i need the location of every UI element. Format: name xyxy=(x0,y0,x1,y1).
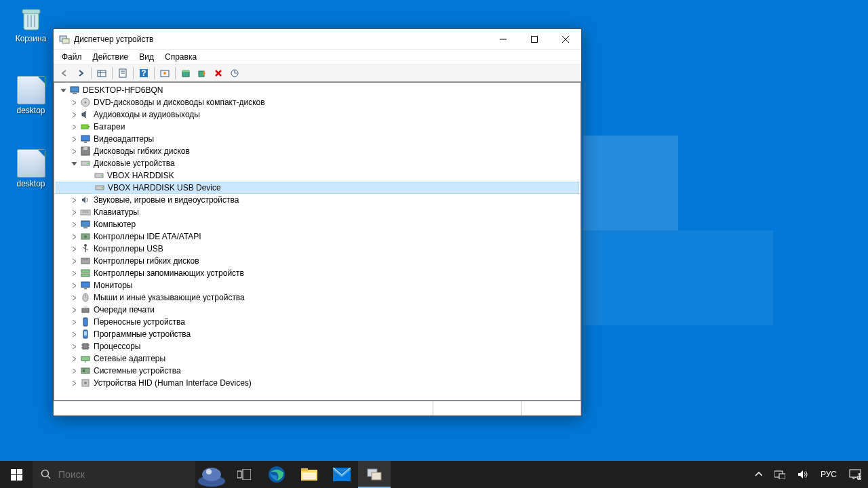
expand-icon[interactable] xyxy=(69,110,79,119)
tree-root-node[interactable]: DESKTOP-HFD6BQN xyxy=(56,84,579,96)
tree-category-node[interactable]: Дисковые устройства xyxy=(56,157,579,169)
edge-browser-icon[interactable] xyxy=(260,461,293,488)
tray-overflow-icon[interactable] xyxy=(753,461,765,488)
update-driver-button[interactable] xyxy=(178,66,194,81)
file-explorer-icon[interactable] xyxy=(293,461,326,488)
tree-category-node[interactable]: Переносные устройства xyxy=(56,316,579,328)
tree-category-node[interactable]: Компьютер xyxy=(56,218,579,230)
mail-icon[interactable] xyxy=(326,461,358,488)
desktop-icon-recycle-bin[interactable]: Корзина xyxy=(5,4,56,43)
tree-category-node[interactable]: Мониторы xyxy=(56,279,579,291)
network-icon xyxy=(80,353,91,364)
tree-category-node[interactable]: Устройства HID (Human Interface Devices) xyxy=(56,377,579,389)
tree-category-node[interactable]: Звуковые, игровые и видеоустройства xyxy=(56,194,579,206)
svg-rect-66 xyxy=(84,331,87,336)
menu-view[interactable]: Вид xyxy=(134,51,159,63)
expand-icon[interactable] xyxy=(69,207,79,217)
maximize-button[interactable] xyxy=(519,29,550,49)
tree-category-node[interactable]: Батареи xyxy=(56,121,579,133)
svg-rect-79 xyxy=(17,469,22,474)
tree-category-node[interactable]: Видеоадаптеры xyxy=(56,133,579,145)
node-label: Контроллеры запоминающих устройств xyxy=(94,268,244,278)
printer-icon xyxy=(80,304,91,315)
tree-device-node[interactable]: VBOX HARDDISK xyxy=(56,169,579,182)
cortana-icon[interactable] xyxy=(195,461,228,488)
tree-category-node[interactable]: DVD-дисководы и дисководы компакт-дисков xyxy=(56,96,579,108)
tree-category-node[interactable]: Сетевые адаптеры xyxy=(56,352,579,365)
tray-devices-icon[interactable] xyxy=(772,461,788,488)
expand-icon[interactable] xyxy=(69,354,79,363)
start-button[interactable] xyxy=(0,461,33,488)
svg-point-85 xyxy=(202,468,221,481)
uninstall-device-button[interactable] xyxy=(210,66,226,81)
tree-category-node[interactable]: Дисководы гибких дисков xyxy=(56,145,579,157)
show-hidden-button[interactable] xyxy=(94,66,110,81)
desktop-icon-file-2[interactable]: desktop xyxy=(5,149,56,188)
expand-icon[interactable] xyxy=(69,159,79,168)
expand-icon[interactable] xyxy=(69,232,79,241)
expand-icon[interactable] xyxy=(69,281,79,290)
expand-icon[interactable] xyxy=(69,134,79,144)
tree-category-node[interactable]: Системные устройства xyxy=(56,365,579,377)
svg-rect-55 xyxy=(83,260,88,260)
volume-icon[interactable] xyxy=(795,461,811,488)
expand-icon[interactable] xyxy=(69,146,79,156)
expand-icon[interactable] xyxy=(69,342,79,351)
expand-icon[interactable] xyxy=(69,366,79,375)
tree-category-node[interactable]: Контроллеры гибких дисков xyxy=(56,255,579,267)
tree-category-node[interactable]: Контроллеры USB xyxy=(56,243,579,255)
expand-icon[interactable] xyxy=(69,195,79,205)
tree-category-node[interactable]: Аудиовходы и аудиовыходы xyxy=(56,108,579,121)
forward-button[interactable] xyxy=(73,66,89,81)
language-indicator[interactable]: РУС xyxy=(818,461,840,488)
taskbar-search[interactable] xyxy=(33,461,195,488)
action-center-icon[interactable]: 1 xyxy=(846,461,864,488)
tree-category-node[interactable]: Программные устройства xyxy=(56,328,579,340)
expand-icon[interactable] xyxy=(69,220,79,229)
storage-icon xyxy=(80,268,91,279)
expand-icon[interactable] xyxy=(69,293,79,302)
expand-icon[interactable] xyxy=(69,317,79,327)
device-tree[interactable]: DESKTOP-HFD6BQNDVD-дисководы и дисководы… xyxy=(54,82,581,401)
tree-category-node[interactable]: Контроллеры IDE ATA/ATAPI xyxy=(56,230,579,243)
expand-icon[interactable] xyxy=(69,305,79,314)
help-button[interactable]: ? xyxy=(136,66,152,81)
expand-icon[interactable] xyxy=(69,256,79,266)
menu-help[interactable]: Справка xyxy=(159,51,202,63)
tree-category-node[interactable]: Очереди печати xyxy=(56,304,579,316)
tree-category-node[interactable]: Мыши и иные указывающие устройства xyxy=(56,291,579,304)
node-label: Контроллеры USB xyxy=(94,244,163,253)
svg-point-86 xyxy=(206,469,212,474)
svg-rect-6 xyxy=(62,39,69,43)
tree-device-node[interactable]: VBOX HARDDISK USB Device xyxy=(56,182,579,194)
minimize-button[interactable] xyxy=(488,29,519,49)
properties-button[interactable] xyxy=(115,66,131,81)
scan-hardware-button[interactable] xyxy=(157,66,173,81)
expand-icon[interactable] xyxy=(69,244,79,253)
task-view-button[interactable] xyxy=(228,461,260,488)
tree-category-node[interactable]: Контроллеры запоминающих устройств xyxy=(56,267,579,279)
expand-icon[interactable] xyxy=(69,378,79,388)
svg-rect-32 xyxy=(88,126,90,127)
tree-category-node[interactable]: Процессоры xyxy=(56,340,579,352)
back-button[interactable] xyxy=(56,66,73,81)
node-label: Сетевые адаптеры xyxy=(94,354,165,363)
titlebar[interactable]: Диспетчер устройств xyxy=(54,29,581,49)
node-label: Компьютер xyxy=(94,220,136,229)
menu-action[interactable]: Действие xyxy=(87,51,134,63)
close-button[interactable] xyxy=(550,29,581,49)
search-input[interactable] xyxy=(58,469,177,480)
tree-category-node[interactable]: Клавиатуры xyxy=(56,206,579,218)
menu-file[interactable]: Файл xyxy=(56,51,87,63)
expand-icon[interactable] xyxy=(69,268,79,278)
windows-logo-background xyxy=(583,136,773,325)
desktop-icon-file-1[interactable]: desktop xyxy=(5,76,56,115)
scan-changes-button[interactable] xyxy=(226,66,243,81)
expand-icon[interactable] xyxy=(58,85,68,95)
expand-icon[interactable] xyxy=(69,122,79,131)
device-manager-taskbar-icon[interactable] xyxy=(358,461,391,488)
expand-icon[interactable] xyxy=(69,329,79,339)
svg-line-83 xyxy=(47,476,50,479)
enable-device-button[interactable] xyxy=(194,66,210,81)
expand-icon[interactable] xyxy=(69,98,79,107)
